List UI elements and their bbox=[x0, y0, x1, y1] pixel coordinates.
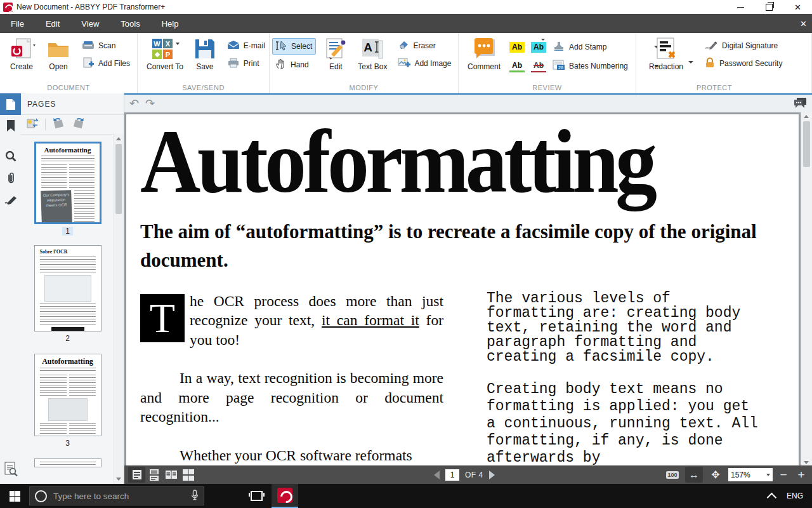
continuous-view-button[interactable] bbox=[145, 467, 162, 483]
thumbnail-page-3[interactable]: Autoformatting bbox=[34, 354, 102, 436]
replace-pages-button[interactable] bbox=[26, 117, 40, 132]
cortana-icon bbox=[35, 490, 47, 502]
redo-button[interactable]: ↷ bbox=[145, 97, 155, 110]
open-button[interactable]: Open bbox=[42, 36, 75, 72]
start-button[interactable] bbox=[0, 484, 29, 508]
close-button[interactable]: ✕ bbox=[783, 0, 812, 14]
windows-taskbar: ENG bbox=[0, 484, 812, 508]
document-scroll-thumb[interactable] bbox=[803, 121, 810, 167]
single-page-view-button[interactable] bbox=[128, 467, 145, 483]
save-button[interactable]: Save bbox=[190, 36, 220, 72]
scan-label: Scan bbox=[98, 41, 115, 50]
edit-button[interactable]: Edit bbox=[320, 36, 351, 72]
add-files-button[interactable]: Add Files bbox=[79, 56, 133, 71]
document-scrollbar[interactable] bbox=[801, 112, 812, 467]
strikethrough-text-button[interactable]: Ab bbox=[531, 60, 546, 72]
menu-edit[interactable]: Edit bbox=[35, 14, 70, 33]
digital-signature-button[interactable]: Digital Signature bbox=[701, 38, 785, 53]
add-image-icon bbox=[398, 58, 410, 70]
svg-text:P: P bbox=[166, 51, 170, 58]
page-count-label: OF 4 bbox=[465, 471, 483, 479]
add-image-button[interactable]: Add Image bbox=[395, 56, 454, 71]
highlight-color-label: Ab bbox=[534, 43, 544, 51]
rotate-left-button[interactable] bbox=[51, 117, 66, 132]
thumbnails-scrollbar[interactable] bbox=[114, 134, 124, 484]
convert-to-icon: WXP bbox=[150, 37, 180, 61]
text-box-button[interactable]: A Text Box bbox=[354, 36, 391, 72]
redaction-button[interactable]: Redaction bbox=[645, 36, 687, 72]
email-button[interactable]: E-mail bbox=[224, 38, 268, 53]
undo-button[interactable]: ↶ bbox=[129, 97, 139, 110]
previous-page-button[interactable] bbox=[434, 471, 440, 479]
thumbnail-page-4[interactable] bbox=[34, 458, 102, 467]
underline-text-button[interactable]: Ab bbox=[509, 60, 525, 72]
select-tool-label: Select bbox=[291, 42, 312, 51]
menu-view[interactable]: View bbox=[70, 14, 110, 33]
page-preview-tool[interactable] bbox=[0, 458, 21, 480]
facing-continuous-view-button[interactable] bbox=[180, 467, 197, 483]
thumbnail-1-heading: Autoformatting bbox=[36, 146, 100, 154]
print-button[interactable]: Print bbox=[224, 56, 268, 71]
menubar: File Edit View Tools Help ✕ bbox=[0, 14, 812, 33]
taskbar-search[interactable] bbox=[29, 486, 204, 505]
select-tool-button[interactable]: Select bbox=[272, 38, 316, 55]
page-number-input[interactable] bbox=[445, 469, 459, 481]
close-document-button[interactable]: ✕ bbox=[800, 19, 807, 29]
task-view-button[interactable] bbox=[244, 484, 269, 508]
highlight-text-button[interactable]: Ab bbox=[509, 42, 525, 53]
fit-width-button[interactable]: ↔ bbox=[685, 467, 703, 483]
thumbnail-page-2[interactable]: Sobre l'OCR bbox=[34, 245, 102, 331]
thumbnail-3-illustration bbox=[48, 398, 88, 421]
scan-button[interactable]: Scan bbox=[79, 38, 133, 53]
next-page-button[interactable] bbox=[489, 471, 495, 479]
bookmarks-panel-tab[interactable] bbox=[0, 115, 21, 137]
restore-button[interactable] bbox=[755, 0, 783, 14]
eraser-icon bbox=[398, 40, 409, 51]
menu-tools[interactable]: Tools bbox=[110, 14, 150, 33]
thumbnails-scroll-thumb[interactable] bbox=[115, 144, 122, 214]
attachments-panel-tab[interactable] bbox=[0, 167, 21, 189]
edit-icon bbox=[324, 37, 348, 61]
menu-help[interactable]: Help bbox=[151, 14, 190, 33]
menu-file[interactable]: File bbox=[0, 14, 35, 33]
minimize-button[interactable] bbox=[726, 0, 755, 14]
pages-panel-tab[interactable] bbox=[0, 93, 21, 115]
comment-button[interactable]: Comment bbox=[464, 36, 504, 72]
facing-pages-view-button[interactable] bbox=[162, 467, 180, 483]
zoom-level-select[interactable]: 157% bbox=[728, 468, 773, 481]
convert-to-button[interactable]: WXP Convert To bbox=[143, 36, 187, 72]
taskbar-search-input[interactable] bbox=[52, 491, 186, 502]
save-icon bbox=[193, 37, 216, 61]
comments-pane-toggle[interactable] bbox=[793, 97, 807, 110]
actual-size-button[interactable]: 100 bbox=[664, 467, 681, 483]
taskbar-abbyy-app-button[interactable] bbox=[272, 484, 298, 508]
eraser-button[interactable]: Eraser bbox=[395, 38, 454, 53]
thumbnails-scroll-up-icon bbox=[116, 137, 121, 140]
pages-panel: PAGES Autoformatting Our bbox=[21, 93, 124, 484]
password-security-lock-icon bbox=[704, 57, 716, 70]
titlebar: New Document - ABBYY PDF Transformer+ ✕ bbox=[0, 0, 812, 15]
rotate-right-button[interactable] bbox=[71, 117, 86, 132]
email-label: E-mail bbox=[244, 41, 265, 50]
thumbnail-page-1[interactable]: Autoformatting Our Company's Reputation … bbox=[34, 142, 102, 224]
microphone-icon bbox=[191, 490, 199, 503]
fit-page-button[interactable]: ✥ bbox=[707, 467, 724, 483]
hand-tool-button[interactable]: Hand bbox=[272, 57, 316, 72]
restore-icon bbox=[766, 4, 773, 11]
zoom-out-button[interactable]: − bbox=[776, 469, 790, 481]
digital-signature-icon bbox=[704, 40, 718, 52]
language-indicator[interactable]: ENG bbox=[787, 491, 803, 500]
signatures-panel-tab[interactable] bbox=[0, 189, 21, 210]
zoom-in-button[interactable]: + bbox=[794, 469, 808, 481]
create-button[interactable]: Create bbox=[4, 36, 39, 72]
bookmark-icon bbox=[6, 120, 15, 131]
document-page[interactable]: Autoformatting The aim of “autoformattin… bbox=[126, 114, 799, 467]
search-panel-tab[interactable] bbox=[0, 145, 21, 167]
thumbnail-2-number: 2 bbox=[62, 334, 73, 343]
highlight-color-button[interactable]: Ab bbox=[531, 42, 546, 53]
document-area: ↶ ↷ Autoformatting The aim of “autoforma… bbox=[124, 93, 812, 467]
thumbnail-1-graphic: Our Company's Reputation means OCR bbox=[41, 190, 72, 224]
show-hidden-icons-button[interactable] bbox=[767, 492, 777, 502]
password-security-button[interactable]: Password Security bbox=[701, 56, 785, 71]
document-subtitle: The aim of “autoformatting” is to recrea… bbox=[140, 218, 783, 275]
